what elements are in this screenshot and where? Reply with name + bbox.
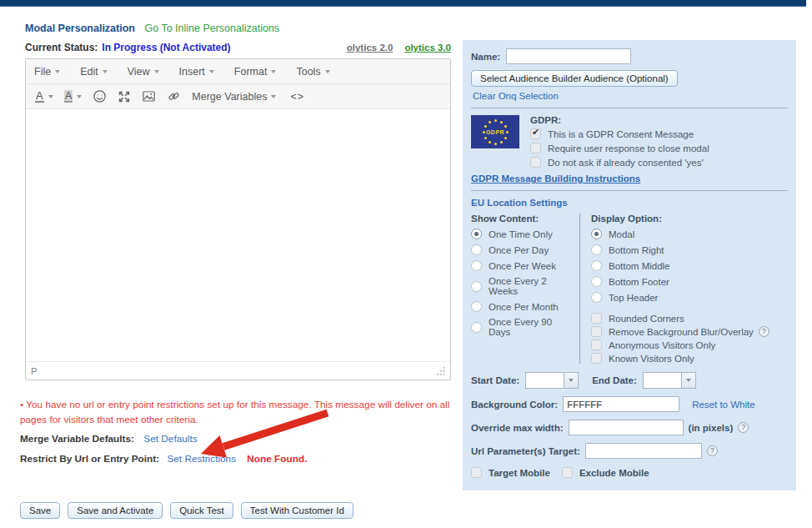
help-icon[interactable]: ? (738, 422, 749, 433)
help-icon[interactable]: ? (759, 326, 769, 337)
source-code-button[interactable]: <> (284, 89, 307, 104)
radio-once-per-month[interactable]: Once Per Month (471, 301, 576, 312)
chevron-down-icon (48, 95, 53, 98)
insert-image-button[interactable] (139, 88, 158, 105)
gdpr-options: GDPR: This is a GDPR Consent Message Req… (530, 115, 709, 168)
settings-panel: Name: Select Audience Builder Audience (… (463, 40, 796, 490)
gdpr-flag-label: GDPR (471, 129, 519, 135)
frequency-display-columns: Show Content: One Time Only Once Per Day… (471, 214, 788, 364)
checkbox-known-visitors-only[interactable]: Known Visitors Only (591, 353, 769, 364)
go-to-inline-personalizations-link[interactable]: Go To Inline Personalizations (144, 23, 279, 34)
background-color-input[interactable] (563, 396, 679, 412)
radio-icon (471, 281, 482, 292)
checkbox-anonymous-visitors-only[interactable]: Anonymous Visitors Only (591, 339, 769, 350)
radio-once-per-week[interactable]: Once Per Week (471, 260, 576, 271)
eu-location-settings-label: EU Location Settings (471, 198, 788, 208)
name-input[interactable] (506, 48, 631, 64)
chevron-down-icon (77, 95, 82, 98)
show-content-column: Show Content: One Time Only Once Per Day… (471, 214, 580, 364)
select-audience-builder-button[interactable]: Select Audience Builder Audience (Option… (471, 70, 678, 87)
set-restrictions-link[interactable]: Set Restrictions (167, 453, 236, 465)
name-label: Name: (471, 52, 500, 62)
start-date-label: Start Date: (471, 375, 519, 385)
quick-test-button[interactable]: Quick Test (170, 502, 233, 519)
radio-icon (591, 244, 602, 255)
menu-tools[interactable]: Tools (296, 66, 329, 78)
background-color-row: Background Color: Reset to White (471, 396, 788, 412)
end-date-select[interactable] (643, 372, 696, 389)
chevron-down-icon (271, 95, 276, 98)
checkbox-icon (591, 339, 602, 350)
title-row: Modal Personalization Go To Inline Perso… (25, 23, 279, 34)
test-with-customer-id-button[interactable]: Test With Customer Id (241, 502, 353, 519)
checkbox-exclude-mobile[interactable]: Exclude Mobile (562, 467, 649, 478)
editor-menubar: File Edit View Insert Format Tools (26, 59, 450, 84)
link-icon (167, 89, 181, 103)
radio-bottom-middle[interactable]: Bottom Middle (591, 260, 769, 271)
status-row: Current Status: In Progress (Not Activat… (25, 42, 451, 53)
radio-icon (471, 244, 482, 255)
modal-personalization-page: Modal Personalization Go To Inline Perso… (0, 0, 812, 528)
save-and-activate-button[interactable]: Save and Activate (68, 502, 163, 519)
none-found-text: None Found. (247, 453, 307, 465)
radio-modal[interactable]: Modal (591, 229, 769, 239)
radio-once-every-2-weeks[interactable]: Once Every 2 Weeks (471, 276, 576, 296)
radio-one-time-only[interactable]: One Time Only (471, 229, 576, 239)
checkbox-target-mobile[interactable]: Target Mobile (471, 467, 550, 478)
chevron-down-icon (154, 70, 159, 73)
radio-icon (591, 292, 602, 303)
menu-format[interactable]: Format (234, 66, 277, 78)
override-max-width-row: Override max width: (in pixels) ? (471, 420, 788, 435)
menu-edit[interactable]: Edit (80, 66, 108, 78)
radio-icon (591, 260, 602, 271)
checkbox-gdpr-consent-message[interactable]: This is a GDPR Consent Message (530, 128, 709, 139)
editor-content-area[interactable] (26, 109, 450, 361)
restrict-by-url-label: Restrict By Url or Entry Point: (20, 453, 159, 465)
radio-once-every-90-days[interactable]: Once Every 90 Days (471, 317, 576, 337)
display-modifier-checkboxes: Rounded Corners Remove Background Blur/O… (591, 313, 769, 364)
background-color-button[interactable]: A (62, 88, 85, 104)
checkbox-icon (591, 326, 602, 337)
clear-onq-selection-link[interactable]: Clear Onq Selection (473, 91, 559, 101)
checkbox-rounded-corners[interactable]: Rounded Corners (591, 313, 769, 324)
checkbox-require-user-response[interactable]: Require user response to close modal (530, 143, 709, 153)
set-defaults-link[interactable]: Set Defaults (143, 433, 197, 445)
emoticons-button[interactable] (90, 88, 109, 105)
olytics-2-link[interactable]: olytics 2.0 (347, 43, 393, 53)
gdpr-flag-icon: GDPR (471, 115, 519, 148)
override-max-width-input[interactable] (569, 420, 684, 435)
olytics-3-link[interactable]: olytics 3.0 (404, 43, 451, 53)
reset-to-white-link[interactable]: Reset to White (692, 400, 754, 410)
menu-view[interactable]: View (128, 66, 159, 78)
radio-bottom-right[interactable]: Bottom Right (591, 244, 769, 255)
radio-bottom-footer[interactable]: Bottom Footer (591, 276, 769, 287)
override-max-width-label: Override max width: (471, 423, 564, 433)
merge-variables-button[interactable]: Merge Variables (189, 89, 278, 104)
radio-icon (591, 276, 602, 287)
checkbox-do-not-ask-if-consented[interactable]: Do not ask if already consented 'yes' (530, 157, 709, 168)
divider (471, 190, 788, 191)
menu-insert[interactable]: Insert (179, 66, 214, 78)
editor-statusbar: P (26, 361, 450, 380)
fullscreen-button[interactable] (115, 88, 133, 105)
resize-grip[interactable] (437, 364, 445, 379)
save-button[interactable]: Save (20, 502, 60, 519)
gdpr-section: GDPR GDPR: This is a GDPR Consent Messag… (471, 115, 788, 168)
smiley-icon (93, 89, 107, 103)
radio-icon (471, 229, 482, 239)
no-restrictions-warning: • You have no url or entry point restric… (20, 397, 450, 428)
start-date-select[interactable] (525, 372, 579, 389)
text-color-button[interactable]: A (33, 88, 56, 104)
insert-link-button[interactable] (164, 88, 183, 105)
checkbox-icon (591, 313, 602, 324)
radio-once-per-day[interactable]: Once Per Day (471, 244, 576, 255)
url-parameter-input[interactable] (585, 443, 702, 459)
text-color-icon: A (35, 90, 44, 103)
help-icon[interactable]: ? (707, 445, 718, 456)
menu-file[interactable]: File (34, 66, 60, 78)
mobile-targeting-row: Target Mobile Exclude Mobile (471, 467, 788, 478)
editor-toolbar: A A (26, 84, 450, 109)
gdpr-instructions-link[interactable]: GDPR Message Building Instructions (471, 173, 640, 184)
checkbox-remove-background-blur[interactable]: Remove Background Blur/Overlay? (591, 326, 769, 337)
radio-top-header[interactable]: Top Header (591, 292, 769, 303)
